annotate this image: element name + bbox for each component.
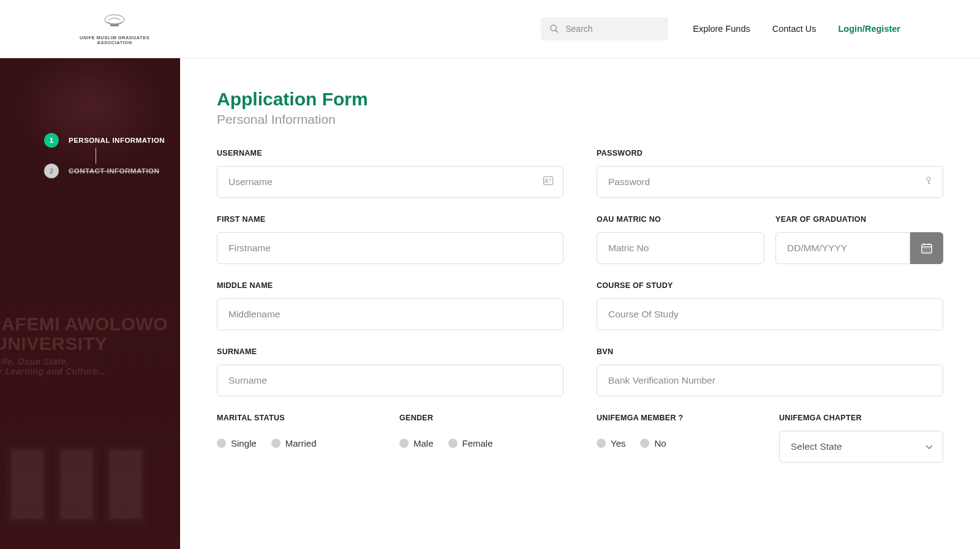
key-icon [924, 176, 933, 187]
svg-point-18 [924, 251, 925, 252]
firstname-input[interactable] [228, 233, 552, 263]
step-number-2: 2 [44, 164, 59, 178]
contact-card-icon [543, 176, 553, 187]
step-contact-information[interactable]: 2 CONTACT INFORMATION [44, 164, 180, 178]
step-label: CONTACT INFORMATION [69, 167, 159, 175]
surname-input[interactable] [228, 365, 552, 396]
radio-single[interactable]: Single [217, 438, 257, 449]
svg-point-2 [551, 25, 556, 31]
nav-login-register[interactable]: Login/Register [838, 24, 900, 34]
radio-male[interactable]: Male [399, 438, 434, 449]
radio-member-yes[interactable]: Yes [597, 438, 625, 449]
svg-point-8 [927, 177, 930, 181]
search-icon [549, 24, 559, 34]
graduation-year-input[interactable] [787, 233, 899, 263]
chapter-select-value: Select State [791, 441, 842, 452]
label-marital-status: MARITAL STATUS [217, 414, 381, 422]
svg-line-3 [556, 30, 558, 32]
radio-member-no[interactable]: No [640, 438, 666, 449]
form-area: Application Form Personal Information US… [180, 58, 980, 549]
label-middlename: MIDDLE NAME [217, 281, 564, 290]
sidebar-bg-text: BAFEMI AWOLOWO [0, 314, 180, 335]
svg-point-0 [105, 15, 124, 25]
label-surname: SURNAME [217, 347, 564, 356]
label-unifemga-member: UNIFEMGA MEMBER ? [597, 414, 761, 422]
label-unifemga-chapter: UNIFEMGA CHAPTER [779, 414, 943, 422]
logo[interactable]: UNIFE MUSLIM GRADUATES ASSOCIATION [80, 12, 149, 46]
course-of-study-input[interactable] [608, 299, 932, 330]
svg-point-19 [926, 251, 927, 252]
bvn-input[interactable] [608, 365, 932, 396]
svg-point-5 [545, 179, 548, 181]
search-box[interactable] [541, 17, 668, 40]
username-input[interactable] [228, 167, 552, 197]
svg-point-15 [924, 248, 925, 249]
nav-links: Explore Funds Contact Us Login/Register [693, 24, 900, 34]
svg-point-17 [929, 248, 930, 249]
label-gender: GENDER [399, 414, 564, 422]
nav-explore-funds[interactable]: Explore Funds [693, 24, 750, 34]
logo-icon [99, 12, 130, 34]
nav-contact-us[interactable]: Contact Us [772, 24, 816, 34]
svg-point-20 [929, 251, 930, 252]
label-password: PASSWORD [597, 149, 943, 157]
sidebar: BAFEMI AWOLOWO UNIVERSITY Ile-Ife, Osun … [0, 58, 180, 549]
label-graduation-year: YEAR OF GRADUATION [775, 215, 943, 224]
svg-point-16 [926, 248, 927, 249]
sidebar-bg-text: Ile-Ife, Osun State, [0, 357, 180, 366]
svg-rect-1 [110, 25, 119, 26]
search-input[interactable] [565, 24, 660, 34]
page-subtitle: Personal Information [217, 112, 943, 127]
matric-no-input[interactable] [608, 233, 753, 263]
sidebar-bg-text: For Learning and Culture... [0, 366, 180, 376]
label-firstname: FIRST NAME [217, 215, 564, 224]
chapter-select[interactable]: Select State [779, 431, 943, 463]
page-title: Application Form [217, 89, 943, 110]
step-label: PERSONAL INFORMATION [69, 137, 165, 144]
label-matric-no: OAU MATRIC NO [597, 215, 764, 224]
radio-female[interactable]: Female [448, 438, 493, 449]
logo-text-line2: ASSOCIATION [97, 40, 132, 45]
radio-married[interactable]: Married [271, 438, 317, 449]
calendar-icon [921, 242, 933, 254]
label-course-of-study: COURSE OF STUDY [597, 281, 943, 290]
calendar-button[interactable] [910, 232, 943, 264]
step-number-1: 1 [44, 133, 59, 148]
label-bvn: BVN [597, 347, 943, 356]
sidebar-bg-text: UNIVERSITY [0, 333, 180, 354]
header: UNIFE MUSLIM GRADUATES ASSOCIATION Explo… [0, 0, 980, 58]
label-username: USERNAME [217, 149, 564, 157]
middlename-input[interactable] [228, 299, 552, 330]
step-personal-information[interactable]: 1 PERSONAL INFORMATION [44, 133, 180, 148]
caret-down-icon [925, 441, 933, 452]
password-input[interactable] [608, 167, 932, 197]
